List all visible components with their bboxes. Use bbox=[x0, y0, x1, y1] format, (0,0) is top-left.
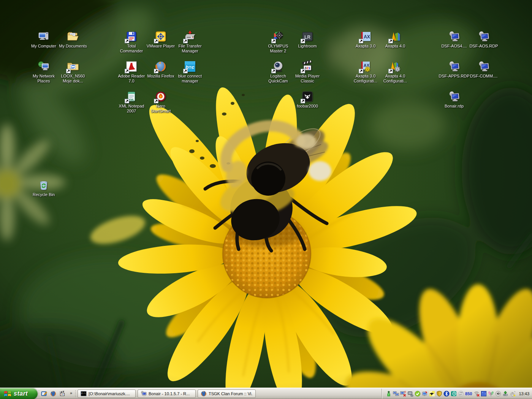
svg-text:AX: AX bbox=[364, 34, 370, 40]
network-disconnected-icon[interactable] bbox=[400, 391, 406, 397]
desktop-icon-axapta-4-config[interactable]: Axapta 4.0 Configurati... bbox=[377, 60, 413, 84]
desktop-icon-label: My Network Places bbox=[33, 74, 55, 84]
start-label: start bbox=[14, 390, 28, 397]
desktop-icon-foobar2000[interactable]: foobar2000 bbox=[289, 90, 326, 109]
network-connections-icon[interactable] bbox=[393, 391, 399, 397]
mynet-icon bbox=[38, 60, 50, 73]
svg-text:C:\: C:\ bbox=[81, 392, 86, 395]
desktop-icon-label: DSF-AOS4.... bbox=[441, 44, 467, 49]
volume-icon[interactable] bbox=[495, 391, 501, 397]
vmware-icon bbox=[155, 30, 167, 43]
start-button[interactable]: start bbox=[0, 388, 38, 399]
rdp-icon bbox=[448, 90, 460, 103]
desktop-icon-label: Logitech QuickCam bbox=[268, 74, 288, 84]
desktop-icon-label: Nero StartSmart bbox=[151, 104, 171, 114]
taskbar-window-firefox-window[interactable]: TSGK Clan Forum :: Vi... bbox=[198, 390, 256, 398]
desktop-icon-label: Bonair.rdp bbox=[445, 104, 464, 109]
status-ok-icon[interactable] bbox=[415, 391, 421, 397]
batman-utility-icon[interactable] bbox=[429, 391, 435, 397]
cd-burner-icon[interactable] bbox=[451, 391, 457, 397]
desktop-icon-label: Axapta 3.0 bbox=[356, 44, 376, 49]
desktop-icon-lightroom[interactable]: LRLightroom bbox=[289, 30, 326, 49]
svg-text:321: 321 bbox=[304, 66, 310, 70]
audio-utility-icon[interactable] bbox=[488, 391, 494, 397]
desktop-icon-nero-startsmart[interactable]: Nero StartSmart bbox=[142, 90, 179, 114]
wallpaper-image bbox=[0, 0, 532, 388]
network-app-icon[interactable] bbox=[481, 391, 487, 397]
desktop-icon-label: DSF-COMM.... bbox=[470, 74, 498, 79]
mouse-settings-icon[interactable] bbox=[510, 391, 516, 397]
svg-text:LR: LR bbox=[304, 35, 310, 40]
quick-launch-overflow-chevron[interactable]: » bbox=[68, 391, 74, 397]
desktop-icon-label: File Transfer Manager bbox=[178, 44, 201, 54]
desktop-icon-media-player-classic[interactable]: 321Media Player Classic bbox=[289, 60, 326, 84]
desktop-icon-file-transfer-manager[interactable]: File Transfer Manager bbox=[172, 30, 208, 54]
taskbar-clock[interactable]: 13:43 bbox=[519, 391, 529, 396]
security-shield-icon[interactable] bbox=[436, 391, 442, 397]
rdp-icon bbox=[478, 30, 490, 43]
task-buttons: C:\[O:\Bonair\mariuszk....Bonair - 10.1.… bbox=[78, 390, 256, 398]
desktop-icon-label: XML Notepad 2007 bbox=[119, 104, 144, 114]
svg-text:XML: XML bbox=[129, 98, 135, 101]
ax4-icon bbox=[389, 30, 401, 43]
desktop-icon-label: VMware Player bbox=[147, 44, 175, 49]
quick-launch-firefox-icon[interactable] bbox=[49, 390, 57, 397]
ax4cfg-icon bbox=[389, 60, 401, 73]
desktop-icon-label: My Documents bbox=[59, 44, 87, 49]
bluec-icon: b=c bbox=[184, 60, 196, 73]
quick-launch-clapper-icon[interactable] bbox=[59, 390, 66, 397]
desktop-icon-label: Lightroom bbox=[298, 44, 317, 49]
totalcmd-icon bbox=[125, 30, 138, 43]
adobe-icon bbox=[125, 60, 138, 73]
system-tray: 850 13:43 bbox=[382, 388, 532, 399]
desktop-icon-label: blue connect manager bbox=[178, 74, 202, 84]
desktop-icon-bonair-rdp[interactable]: Bonair.rdp bbox=[436, 90, 472, 109]
svg-text:AX: AX bbox=[364, 63, 370, 68]
sync-disabled-icon[interactable] bbox=[458, 391, 464, 397]
mycomputer-icon bbox=[38, 30, 50, 43]
nero-icon bbox=[155, 90, 167, 103]
olympus-icon bbox=[272, 30, 284, 43]
desktop-icon-label: foobar2000 bbox=[297, 104, 318, 109]
foobar-icon bbox=[301, 90, 314, 103]
desktop-icon-dsf-aos-rdp[interactable]: DSF-AOS.RDP bbox=[466, 30, 502, 49]
ax3-icon: AX bbox=[359, 30, 372, 43]
desktop-icon-dsf-comm[interactable]: DSF-COMM.... bbox=[466, 60, 502, 79]
display-monitors-icon[interactable] bbox=[407, 391, 413, 397]
bluetooth-icon[interactable] bbox=[443, 391, 450, 397]
desktop-icon-blue-connect-manager[interactable]: b=cblue connect manager bbox=[172, 60, 208, 84]
desktop-icon-loox-n560[interactable]: LOOX_N560 Moje dok... bbox=[55, 60, 91, 84]
counter-850: 850 bbox=[465, 391, 472, 396]
desktop-icon-label: LOOX_N560 Moje dok... bbox=[61, 74, 85, 84]
firefox-icon bbox=[155, 60, 167, 73]
user-status-icon[interactable] bbox=[386, 391, 392, 397]
wireless-disconnected-icon[interactable] bbox=[473, 391, 480, 397]
safely-remove-hardware-icon[interactable] bbox=[502, 391, 508, 397]
desktop-icon-label: Media Player Classic bbox=[295, 74, 320, 84]
xmlnp-icon: XML bbox=[125, 90, 138, 103]
mydocs-icon bbox=[67, 30, 79, 43]
tray-icons: 850 bbox=[385, 391, 516, 397]
quick-launch-show-desktop-icon[interactable] bbox=[40, 390, 48, 397]
cmd-icon: C:\ bbox=[81, 391, 87, 397]
ax3cfg-icon: AX bbox=[359, 60, 372, 73]
desktop-icon-my-documents[interactable]: My Documents bbox=[55, 30, 91, 49]
desktop-icon-label: My Computer bbox=[31, 44, 56, 49]
taskbar-window-cmd-window[interactable]: C:\[O:\Bonair\mariuszk.... bbox=[78, 390, 136, 398]
desktop-icon-recycle-bin[interactable]: Recycle Bin bbox=[25, 179, 62, 197]
rdp-icon bbox=[478, 60, 490, 73]
desktop-icon-axapta-4[interactable]: Axapta 4.0 bbox=[377, 30, 413, 49]
taskbar-window-remote-desktop-window[interactable]: Bonair - 10.1.5.7 - R... bbox=[138, 390, 196, 398]
toolbar-grip[interactable] bbox=[38, 390, 40, 397]
desktop-icon-label: Total Commander bbox=[120, 44, 143, 54]
taskbar-window-title: [O:\Bonair\mariuszk.... bbox=[89, 391, 130, 396]
graphics-settings-icon[interactable] bbox=[422, 391, 428, 397]
windows-logo-icon bbox=[3, 390, 12, 397]
desktop-icon-label: Axapta 4.0 Configurati... bbox=[383, 74, 407, 84]
lightroom-icon: LR bbox=[301, 30, 314, 43]
desktop: My ComputerMy DocumentsTotal CommanderVM… bbox=[0, 0, 532, 399]
tray-divider bbox=[382, 389, 382, 399]
rdp-icon bbox=[141, 391, 147, 397]
toolbar-grip[interactable] bbox=[75, 390, 76, 397]
desktop-icon-label: Mozilla Firefox bbox=[147, 74, 174, 79]
